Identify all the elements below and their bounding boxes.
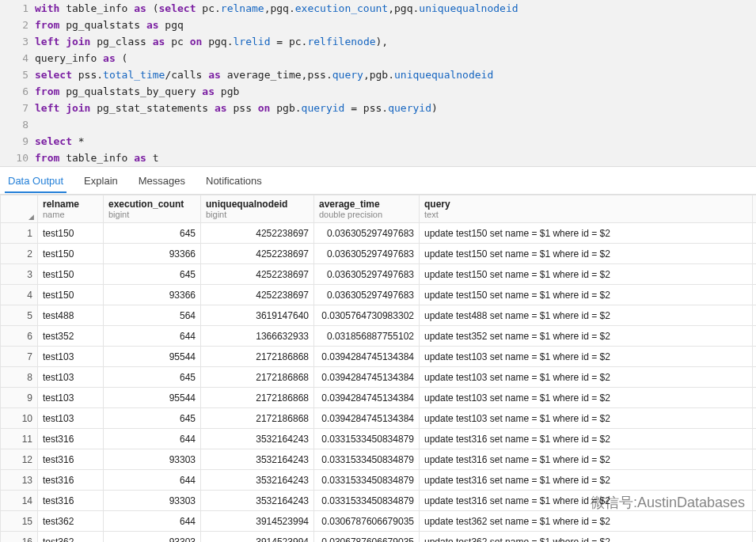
row-number[interactable]: 6 — [1, 326, 38, 347]
table-row[interactable]: 15test36264439145239940.0306787606679035… — [1, 511, 757, 532]
editor-line[interactable]: 8 — [0, 116, 756, 133]
result-grid[interactable]: relnamenameexecution_countbigintuniquequ… — [0, 195, 756, 542]
cell-uniquequalnodeid[interactable]: 4252238697 — [201, 285, 314, 305]
row-number[interactable]: 10 — [1, 408, 38, 429]
cell-uniquequalnodeid[interactable]: 3914523994 — [201, 511, 314, 532]
cell-execution_count[interactable]: 93303 — [104, 532, 201, 543]
row-number[interactable]: 16 — [1, 532, 38, 543]
cell-average_time[interactable]: 0.0331533450834879 — [314, 449, 420, 470]
code-line[interactable]: left join pg_stat_statements as pss on p… — [35, 100, 756, 116]
column-header-execution_count[interactable]: execution_countbigint — [104, 195, 201, 223]
table-row[interactable]: 5test48856436191476400.0305764730983302u… — [1, 305, 757, 326]
table-row[interactable]: 13test31664435321642430.0331533450834879… — [1, 470, 757, 491]
cell-uni[interactable] — [753, 285, 757, 305]
tab-messages[interactable]: Messages — [135, 169, 188, 193]
cell-execution_count[interactable]: 93303 — [104, 491, 201, 511]
row-number[interactable]: 9 — [1, 388, 38, 408]
cell-average_time[interactable]: 0.036305297497683 — [314, 244, 420, 264]
table-row[interactable]: 8test10364521721868680.0394284745134384u… — [1, 367, 757, 388]
cell-query[interactable]: update test362 set name = $1 where id = … — [420, 532, 753, 543]
cell-average_time[interactable]: 0.036305297497683 — [314, 264, 420, 285]
cell-query[interactable]: update test316 set name = $1 where id = … — [420, 449, 753, 470]
column-header-query[interactable]: querytext — [420, 195, 753, 223]
cell-execution_count[interactable]: 93366 — [104, 244, 201, 264]
cell-relname[interactable]: test103 — [38, 388, 104, 408]
row-number[interactable]: 8 — [1, 367, 38, 388]
cell-query[interactable]: update test316 set name = $1 where id = … — [420, 470, 753, 491]
tab-notifications[interactable]: Notifications — [203, 169, 265, 193]
table-row[interactable]: 4test1509336642522386970.036305297497683… — [1, 285, 757, 305]
table-row[interactable]: 12test3169330335321642430.03315334508348… — [1, 449, 757, 470]
code-line[interactable]: from pg_qualstats_by_query as pgb — [35, 83, 756, 100]
row-number[interactable]: 11 — [1, 429, 38, 449]
cell-relname[interactable]: test103 — [38, 347, 104, 367]
cell-uni[interactable] — [753, 223, 757, 244]
cell-uniquequalnodeid[interactable]: 3619147640 — [201, 305, 314, 326]
cell-relname[interactable]: test362 — [38, 511, 104, 532]
cell-query[interactable]: update test150 set name = $1 where id = … — [420, 264, 753, 285]
cell-query[interactable]: update test316 set name = $1 where id = … — [420, 429, 753, 449]
cell-uniquequalnodeid[interactable]: 4252238697 — [201, 223, 314, 244]
cell-average_time[interactable]: 0.0305764730983302 — [314, 305, 420, 326]
row-number[interactable]: 5 — [1, 305, 38, 326]
cell-execution_count[interactable]: 645 — [104, 408, 201, 429]
cell-uni[interactable] — [753, 367, 757, 388]
cell-query[interactable]: update test103 set name = $1 where id = … — [420, 367, 753, 388]
cell-average_time[interactable]: 0.0394284745134384 — [314, 408, 420, 429]
editor-line[interactable]: 5select pss.total_time/calls as average_… — [0, 66, 756, 83]
cell-uni[interactable] — [753, 449, 757, 470]
row-number[interactable]: 12 — [1, 449, 38, 470]
tab-explain[interactable]: Explain — [81, 169, 121, 193]
editor-line[interactable]: 1with table_info as (select pc.relname,p… — [0, 0, 756, 17]
cell-query[interactable]: update test362 set name = $1 where id = … — [420, 511, 753, 532]
code-line[interactable]: from pg_qualstats as pgq — [35, 17, 756, 33]
cell-query[interactable]: update test103 set name = $1 where id = … — [420, 388, 753, 408]
table-row[interactable]: 9test1039554421721868680.039428474513438… — [1, 388, 757, 408]
row-number[interactable]: 1 — [1, 223, 38, 244]
cell-average_time[interactable]: 0.0306787606679035 — [314, 532, 420, 543]
tab-data-output[interactable]: Data Output — [5, 169, 66, 193]
cell-average_time[interactable]: 0.0331533450834879 — [314, 429, 420, 449]
code-line[interactable]: select * — [35, 133, 756, 150]
cell-average_time[interactable]: 0.031856887755102 — [314, 326, 420, 347]
cell-query[interactable]: update test150 set name = $1 where id = … — [420, 285, 753, 305]
cell-relname[interactable]: test103 — [38, 367, 104, 388]
cell-uni[interactable] — [753, 470, 757, 491]
cell-uni[interactable] — [753, 429, 757, 449]
cell-uni[interactable] — [753, 532, 757, 543]
code-line[interactable]: query_info as ( — [35, 50, 756, 66]
cell-uni[interactable] — [753, 388, 757, 408]
cell-query[interactable]: update test488 set name = $1 where id = … — [420, 305, 753, 326]
cell-query[interactable]: update test150 set name = $1 where id = … — [420, 223, 753, 244]
cell-uniquequalnodeid[interactable]: 1366632933 — [201, 326, 314, 347]
table-row[interactable]: 10test10364521721868680.0394284745134384… — [1, 408, 757, 429]
editor-line[interactable]: 3left join pg_class as pc on pgq.lrelid … — [0, 33, 756, 50]
column-header-uni[interactable]: unibig — [753, 195, 757, 223]
cell-relname[interactable]: test316 — [38, 491, 104, 511]
row-number[interactable]: 2 — [1, 244, 38, 264]
cell-uniquequalnodeid[interactable]: 2172186868 — [201, 408, 314, 429]
cell-query[interactable]: update test103 set name = $1 where id = … — [420, 347, 753, 367]
cell-execution_count[interactable]: 645 — [104, 367, 201, 388]
cell-uniquequalnodeid[interactable]: 4252238697 — [201, 264, 314, 285]
cell-average_time[interactable]: 0.0394284745134384 — [314, 367, 420, 388]
cell-relname[interactable]: test150 — [38, 244, 104, 264]
cell-execution_count[interactable]: 644 — [104, 326, 201, 347]
cell-uniquequalnodeid[interactable]: 3532164243 — [201, 449, 314, 470]
cell-relname[interactable]: test150 — [38, 264, 104, 285]
cell-query[interactable]: update test150 set name = $1 where id = … — [420, 244, 753, 264]
editor-line[interactable]: 7left join pg_stat_statements as pss on … — [0, 100, 756, 116]
row-number[interactable]: 3 — [1, 264, 38, 285]
cell-uniquequalnodeid[interactable]: 3532164243 — [201, 470, 314, 491]
cell-average_time[interactable]: 0.0394284745134384 — [314, 347, 420, 367]
column-header-average_time[interactable]: average_timedouble precision — [314, 195, 420, 223]
table-row[interactable]: 7test1039554421721868680.039428474513438… — [1, 347, 757, 367]
cell-execution_count[interactable]: 93303 — [104, 449, 201, 470]
cell-average_time[interactable]: 0.0331533450834879 — [314, 470, 420, 491]
row-number[interactable]: 13 — [1, 470, 38, 491]
cell-query[interactable]: update test316 set name = $1 where id = … — [420, 491, 753, 511]
sql-editor[interactable]: 1with table_info as (select pc.relname,p… — [0, 0, 756, 167]
editor-line[interactable]: 2from pg_qualstats as pgq — [0, 17, 756, 33]
table-row[interactable]: 2test1509336642522386970.036305297497683… — [1, 244, 757, 264]
table-row[interactable]: 3test15064542522386970.036305297497683up… — [1, 264, 757, 285]
